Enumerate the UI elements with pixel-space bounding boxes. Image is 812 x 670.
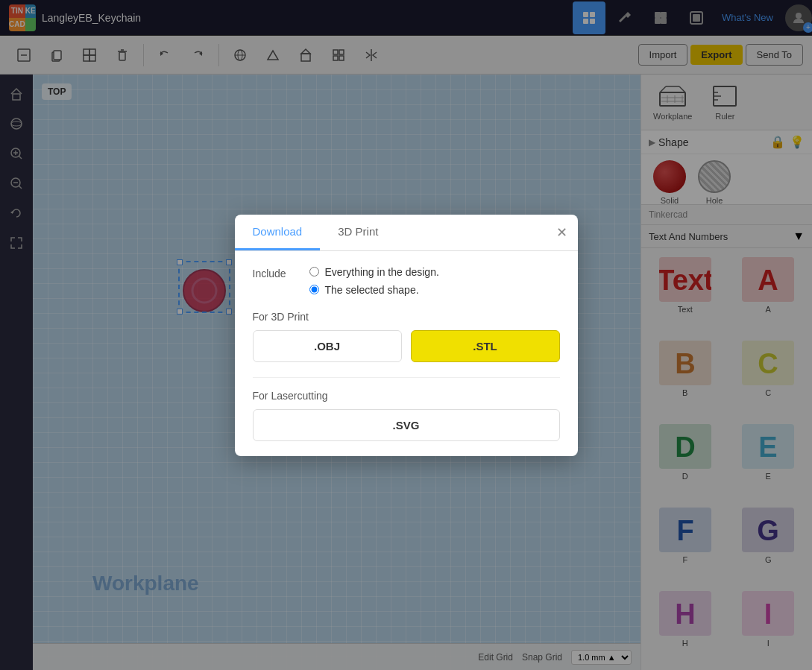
section-divider: [253, 377, 560, 378]
svg-btn[interactable]: .SVG: [253, 409, 560, 441]
radio-options: Everything in the design. The selected s…: [309, 266, 439, 296]
option-selected[interactable]: The selected shape.: [309, 284, 439, 296]
radio-everything[interactable]: [309, 267, 319, 276]
option-everything[interactable]: Everything in the design.: [309, 266, 439, 278]
modal-overlay[interactable]: Download 3D Print ✕ Include Everything i…: [0, 0, 812, 670]
modal-tabs: Download 3D Print ✕: [235, 215, 578, 251]
for-lasercutting-title: For Lasercutting: [253, 390, 560, 402]
stl-btn[interactable]: .STL: [411, 330, 560, 362]
format-row-3d: .OBJ .STL: [253, 330, 560, 362]
include-row: Include Everything in the design. The se…: [253, 266, 560, 296]
modal-close-btn[interactable]: ✕: [556, 224, 567, 241]
modal-body: Include Everything in the design. The se…: [235, 251, 578, 456]
tab-download[interactable]: Download: [235, 215, 321, 250]
tab-3dprint[interactable]: 3D Print: [320, 215, 396, 250]
obj-btn[interactable]: .OBJ: [253, 330, 402, 362]
include-label: Include: [253, 266, 298, 279]
for-3d-print-title: For 3D Print: [253, 311, 560, 323]
download-modal: Download 3D Print ✕ Include Everything i…: [235, 215, 578, 456]
radio-selected[interactable]: [309, 285, 319, 294]
